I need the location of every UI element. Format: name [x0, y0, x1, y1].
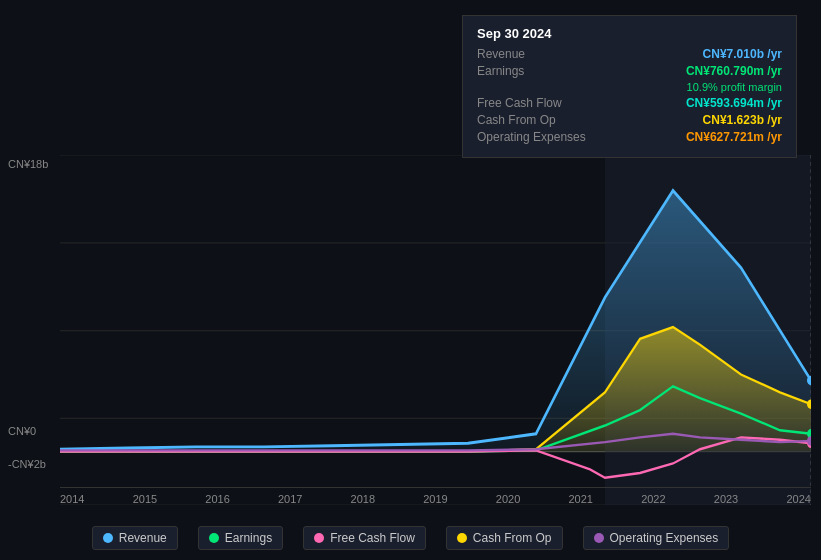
tooltip-earnings-label: Earnings [477, 64, 524, 78]
legend-fcf-label: Free Cash Flow [330, 531, 415, 545]
legend-fcf[interactable]: Free Cash Flow [303, 526, 426, 550]
x-label-2020: 2020 [496, 493, 520, 505]
legend-cashfromop[interactable]: Cash From Op [446, 526, 563, 550]
tooltip-earnings-row: Earnings CN¥760.790m /yr [477, 64, 782, 78]
x-label-2014: 2014 [60, 493, 84, 505]
legend-revenue[interactable]: Revenue [92, 526, 178, 550]
chart-area [0, 155, 821, 505]
tooltip-revenue-row: Revenue CN¥7.010b /yr [477, 47, 782, 61]
tooltip-fcf-label: Free Cash Flow [477, 96, 562, 110]
tooltip-fcf-row: Free Cash Flow CN¥593.694m /yr [477, 96, 782, 110]
x-axis: 2014 2015 2016 2017 2018 2019 2020 2021 … [60, 487, 811, 505]
x-label-2023: 2023 [714, 493, 738, 505]
tooltip-opex-label: Operating Expenses [477, 130, 586, 144]
chart-svg [60, 155, 811, 505]
tooltip-cashfromop-label: Cash From Op [477, 113, 556, 127]
chart-legend: Revenue Earnings Free Cash Flow Cash Fro… [0, 526, 821, 550]
tooltip-profit-margin-row: 10.9% profit margin [477, 81, 782, 93]
x-label-2022: 2022 [641, 493, 665, 505]
legend-revenue-dot [103, 533, 113, 543]
x-label-2019: 2019 [423, 493, 447, 505]
tooltip-date: Sep 30 2024 [477, 26, 782, 41]
tooltip-opex-value: CN¥627.721m /yr [686, 130, 782, 144]
legend-revenue-label: Revenue [119, 531, 167, 545]
x-label-2015: 2015 [133, 493, 157, 505]
tooltip-revenue-label: Revenue [477, 47, 525, 61]
x-label-2016: 2016 [205, 493, 229, 505]
x-label-2021: 2021 [568, 493, 592, 505]
x-label-2017: 2017 [278, 493, 302, 505]
x-label-2024: 2024 [786, 493, 810, 505]
tooltip-earnings-value: CN¥760.790m /yr [686, 64, 782, 78]
x-label-2018: 2018 [351, 493, 375, 505]
legend-earnings-label: Earnings [225, 531, 272, 545]
legend-opex[interactable]: Operating Expenses [583, 526, 730, 550]
legend-cashfromop-dot [457, 533, 467, 543]
tooltip-revenue-value: CN¥7.010b /yr [703, 47, 782, 61]
tooltip-profit-margin: 10.9% profit margin [687, 81, 782, 93]
cashfromop-area [60, 327, 811, 452]
legend-opex-dot [594, 533, 604, 543]
tooltip-opex-row: Operating Expenses CN¥627.721m /yr [477, 130, 782, 144]
data-tooltip: Sep 30 2024 Revenue CN¥7.010b /yr Earnin… [462, 15, 797, 158]
legend-opex-label: Operating Expenses [610, 531, 719, 545]
legend-cashfromop-label: Cash From Op [473, 531, 552, 545]
legend-fcf-dot [314, 533, 324, 543]
tooltip-cashfromop-row: Cash From Op CN¥1.623b /yr [477, 113, 782, 127]
tooltip-cashfromop-value: CN¥1.623b /yr [703, 113, 782, 127]
tooltip-fcf-value: CN¥593.694m /yr [686, 96, 782, 110]
legend-earnings-dot [209, 533, 219, 543]
legend-earnings[interactable]: Earnings [198, 526, 283, 550]
